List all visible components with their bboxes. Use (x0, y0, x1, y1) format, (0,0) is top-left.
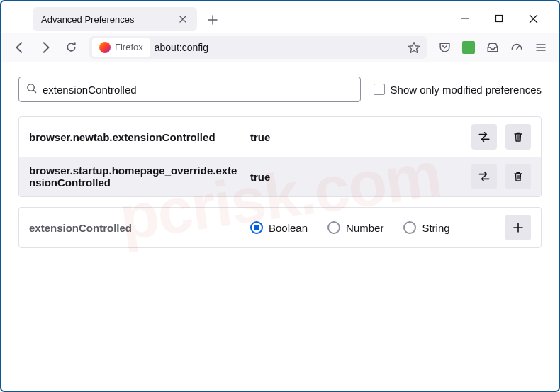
maximize-button[interactable] (491, 10, 508, 27)
checkbox-box[interactable] (374, 84, 385, 95)
extension-button[interactable] (458, 37, 479, 58)
inbox-button[interactable] (482, 37, 503, 58)
pocket-button[interactable] (434, 37, 455, 58)
close-window-button[interactable] (525, 10, 542, 27)
show-modified-checkbox[interactable]: Show only modified preferences (374, 84, 542, 96)
checkbox-label: Show only modified preferences (391, 84, 542, 96)
titlebar: Advanced Preferences (1, 1, 559, 33)
new-pref-name: extensionControlled (29, 222, 242, 234)
radio-string[interactable]: String (403, 221, 449, 234)
radio-circle (250, 221, 263, 234)
nav-toolbar: Firefox about:config (1, 33, 559, 62)
firefox-icon (99, 42, 111, 53)
radio-circle (403, 221, 416, 234)
minimize-button[interactable] (457, 10, 474, 27)
toggle-button[interactable] (471, 124, 497, 150)
pref-row: browser.newtab.extensionControlled true (19, 117, 541, 157)
radio-label: Boolean (269, 222, 308, 234)
pref-search-box[interactable] (18, 77, 361, 102)
type-radio-group: Boolean Number String (250, 221, 497, 234)
tab-title: Advanced Preferences (41, 14, 172, 25)
pref-row: browser.startup.homepage_override.extens… (19, 157, 541, 196)
url-bar[interactable]: Firefox about:config (89, 36, 427, 59)
forward-button[interactable] (34, 36, 57, 59)
new-pref-row: extensionControlled Boolean Number Strin… (18, 207, 542, 248)
close-tab-button[interactable] (177, 13, 189, 25)
url-text: about:config (155, 42, 404, 53)
radio-boolean[interactable]: Boolean (250, 221, 308, 234)
browser-tab[interactable]: Advanced Preferences (33, 7, 197, 31)
bookmark-star-button[interactable] (404, 38, 424, 57)
radio-circle (327, 221, 340, 234)
extension-icon (462, 41, 475, 54)
radio-number[interactable]: Number (327, 221, 383, 234)
pref-search-input[interactable] (43, 84, 353, 96)
identity-box[interactable]: Firefox (92, 38, 150, 57)
pref-name: browser.newtab.extensionControlled (29, 131, 242, 143)
search-icon (26, 83, 37, 96)
pref-value: true (250, 171, 463, 183)
back-button[interactable] (9, 36, 31, 59)
new-tab-button[interactable] (201, 9, 224, 31)
radio-label: String (422, 222, 449, 234)
delete-button[interactable] (505, 124, 531, 150)
pref-value: true (250, 131, 463, 143)
svg-rect-0 (496, 16, 503, 22)
pref-table: browser.newtab.extensionControlled true … (18, 116, 542, 197)
app-menu-button[interactable] (530, 37, 551, 58)
add-pref-button[interactable] (505, 215, 531, 240)
pref-name: browser.startup.homepage_override.extens… (29, 164, 242, 189)
toggle-button[interactable] (471, 164, 497, 189)
dashboard-button[interactable] (506, 37, 527, 58)
identity-label: Firefox (115, 42, 143, 52)
delete-button[interactable] (505, 164, 531, 189)
config-content: Show only modified preferences browser.n… (1, 62, 559, 262)
radio-label: Number (346, 222, 383, 234)
reload-button[interactable] (60, 36, 82, 59)
